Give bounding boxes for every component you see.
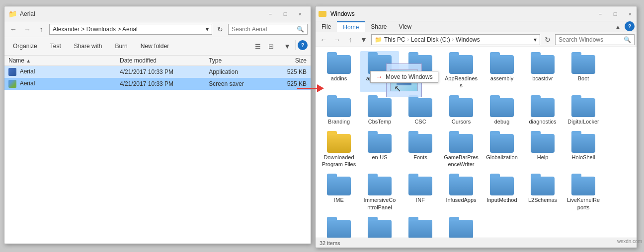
folder-item[interactable]: InfusedApps	[442, 173, 481, 214]
col-size-header[interactable]: Size	[266, 56, 311, 66]
burn-button[interactable]: Burn	[109, 41, 133, 52]
folder-icon-shape	[408, 220, 432, 238]
status-text: 32 items	[320, 240, 340, 246]
folder-icon-shape-container	[531, 54, 555, 74]
view-grid-button[interactable]: ⊞	[265, 40, 277, 52]
left-path-text: Alexander > Downloads > Aerial	[53, 26, 138, 33]
folder-item[interactable]: L2Schemas	[523, 173, 562, 214]
right-minimize-button[interactable]: −	[594, 9, 607, 19]
right-maximize-button[interactable]: □	[609, 9, 622, 19]
folder-item[interactable]: Media	[360, 216, 399, 238]
file-name-cell2: Aerial	[4, 78, 116, 90]
folder-item[interactable]: Boot	[564, 51, 603, 92]
change-view-button[interactable]: ▼	[281, 40, 293, 52]
col-date-header[interactable]: Date modified	[116, 56, 205, 66]
folder-icon-shape	[327, 134, 351, 153]
folder-icon-shape-container	[327, 176, 351, 195]
folder-label: L2Schemas	[528, 196, 557, 203]
folder-item[interactable]: HoloShell	[564, 130, 603, 171]
folder-item[interactable]: Logs	[320, 216, 358, 238]
folder-icon-shape-container	[449, 219, 473, 238]
right-address-bar: ← → ↑ ▼ 📁 This PC › Local Disk (C:) › Wi…	[316, 32, 637, 47]
folder-item[interactable]: addins	[320, 51, 358, 92]
left-help-button[interactable]: ?	[298, 40, 308, 50]
left-back-button[interactable]: ←	[7, 23, 19, 35]
tab-home[interactable]: Home	[337, 21, 365, 32]
tab-view[interactable]: View	[393, 21, 417, 32]
left-minimize-button[interactable]: −	[264, 9, 277, 19]
folder-label: bcastdvr	[532, 75, 553, 82]
tab-file[interactable]: File	[316, 21, 337, 32]
app-file-icon	[8, 68, 16, 76]
right-up-button[interactable]: ↑	[344, 34, 356, 46]
folder-item[interactable]: Branding	[320, 94, 358, 128]
right-close-button[interactable]: ×	[624, 9, 637, 19]
folder-icon-shape	[408, 98, 432, 117]
new-folder-button[interactable]: New folder	[135, 41, 174, 52]
col-type-header[interactable]: Type	[205, 56, 266, 66]
folder-item[interactable]: IME	[320, 173, 358, 214]
folder-item[interactable]: CSC	[401, 94, 440, 128]
test-button[interactable]: Test	[45, 41, 67, 52]
folder-label: CSC	[414, 118, 426, 125]
folder-item[interactable]: Help	[523, 130, 562, 171]
right-address-path[interactable]: 📁 This PC › Local Disk (C:) › Windows ▾	[371, 34, 540, 45]
folder-label: Globalization	[486, 154, 518, 161]
left-up-button[interactable]: ↑	[35, 23, 47, 35]
left-path-dropdown[interactable]: ▾	[206, 26, 209, 33]
left-ribbon-actions: Organize Test Share with Burn New folder…	[4, 37, 311, 55]
right-search-input[interactable]	[559, 36, 622, 43]
folder-item[interactable]: diagnostics	[523, 94, 562, 128]
right-forward-button[interactable]: →	[331, 34, 343, 46]
table-row[interactable]: Aerial 4/21/2017 10:33 PM Screen saver 5…	[4, 78, 311, 90]
folder-icon-shape-container	[571, 54, 595, 74]
right-back-button[interactable]: ←	[318, 34, 329, 46]
left-refresh-button[interactable]: ↻	[214, 23, 226, 35]
folder-item[interactable]: CbsTemp	[360, 94, 399, 128]
folder-item[interactable]: ImmersiveControlPanel	[360, 173, 399, 214]
folder-label: debug	[494, 118, 510, 125]
folder-item[interactable]: Fonts	[401, 130, 440, 171]
folder-item[interactable]: INF	[401, 173, 440, 214]
breadcrumb-dropdown[interactable]: ▾	[534, 36, 537, 43]
left-window-controls: − □ ×	[264, 9, 307, 19]
folder-item[interactable]: bcastdvr	[523, 51, 562, 92]
col-name-header[interactable]: Name ▲	[4, 56, 116, 66]
right-search-box[interactable]: 🔍	[555, 34, 635, 45]
folder-icon-shape-container	[408, 219, 432, 238]
share-with-button[interactable]: Share with	[69, 41, 108, 52]
folder-item[interactable]: Microsoft.NET	[401, 216, 440, 238]
left-close-button[interactable]: ×	[294, 9, 307, 19]
left-address-path[interactable]: Alexander > Downloads > Aerial ▾	[49, 24, 212, 35]
folder-item[interactable]: Globalization	[483, 130, 521, 171]
folder-item[interactable]: Migration	[442, 216, 481, 238]
left-search-box[interactable]: 🔍	[228, 24, 308, 35]
folder-item[interactable]: GameBarPresenceWriter	[442, 130, 481, 171]
folder-item[interactable]: assembly	[483, 51, 521, 92]
left-forward-button[interactable]: →	[21, 23, 33, 35]
folder-item[interactable]: InputMethod	[483, 173, 521, 214]
breadcrumb-windows: Windows	[456, 36, 480, 43]
organize-button[interactable]: Organize	[7, 41, 43, 52]
folder-item[interactable]: debug	[483, 94, 521, 128]
folder-item[interactable]: DigitalLocker	[564, 94, 603, 128]
right-recent-button[interactable]: ▼	[358, 34, 370, 46]
folder-item[interactable]: en-US	[360, 130, 399, 171]
left-maximize-button[interactable]: □	[279, 9, 292, 19]
tab-share[interactable]: Share	[365, 21, 393, 32]
folder-item[interactable]: AppReadiness	[442, 51, 481, 92]
folder-item[interactable]: Cursors	[442, 94, 481, 128]
folder-label: Help	[537, 154, 549, 161]
left-title-bar: 📁 Aerial − □ ×	[4, 6, 311, 21]
table-row[interactable]: Aerial 4/21/2017 10:33 PM Application 52…	[4, 66, 311, 78]
folder-icon-shape	[490, 55, 514, 74]
right-help-button[interactable]: ?	[625, 21, 635, 31]
ribbon-expand-button[interactable]: ▲	[611, 21, 625, 32]
folder-item[interactable]: LiveKernelReports	[564, 173, 603, 214]
view-list-button[interactable]: ☰	[252, 40, 264, 52]
folder-item[interactable]: Downloaded Program Files	[320, 130, 358, 171]
drag-arrowhead	[317, 84, 324, 92]
left-search-input[interactable]	[232, 26, 295, 33]
folder-icon-shape	[571, 134, 595, 153]
right-refresh-button[interactable]: ↻	[542, 34, 554, 46]
